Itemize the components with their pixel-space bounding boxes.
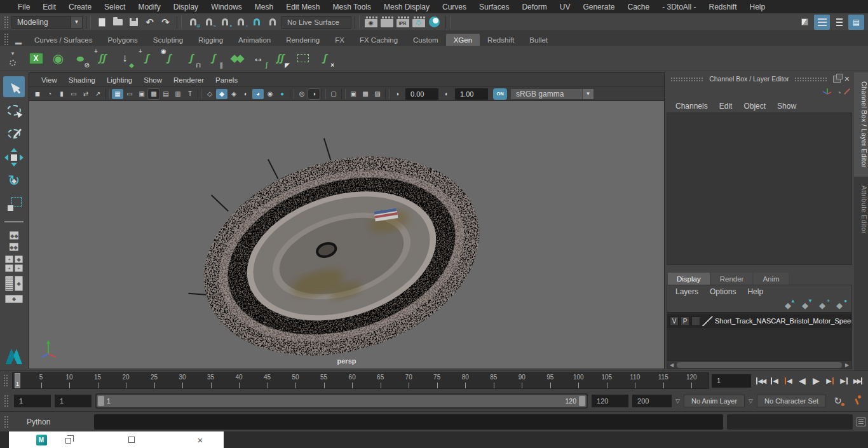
- two-d-pan-zoom-icon[interactable]: ⇄: [80, 89, 92, 99]
- exposure-field[interactable]: 0.00: [405, 88, 438, 100]
- new-empty-layer-icon[interactable]: ◆+: [817, 301, 828, 310]
- layer-move-down-icon[interactable]: ◆▼: [799, 301, 811, 310]
- pip-view-icon[interactable]: ▩: [360, 89, 371, 99]
- delete-primitives-icon[interactable]: ʃ×: [315, 48, 336, 69]
- description-layers-icon[interactable]: ◆◆: [226, 48, 247, 69]
- separator[interactable]: [445, 16, 451, 29]
- panel-drag-grip[interactable]: [670, 77, 704, 81]
- step-back-frame-icon[interactable]: ◀: [768, 374, 781, 388]
- range-slider[interactable]: 1 120: [95, 393, 588, 409]
- script-editor-icon[interactable]: [857, 417, 865, 426]
- viewport-canvas[interactable]: persp: [29, 101, 664, 369]
- menu-mesh-display[interactable]: Mesh Display: [377, 3, 436, 11]
- new-layer-from-selected-icon[interactable]: ◆●: [834, 301, 845, 310]
- current-frame-field[interactable]: 1: [712, 374, 751, 388]
- layer-move-up-icon[interactable]: ◆▲: [782, 301, 794, 310]
- select-camera-icon[interactable]: ◼: [32, 89, 43, 99]
- select-region-icon[interactable]: [292, 48, 313, 69]
- separator[interactable]: [86, 16, 91, 29]
- command-input[interactable]: [94, 414, 723, 430]
- layer-row[interactable]: V P Short_Track_NASCAR_Bristol_Motor_Spe…: [667, 314, 851, 328]
- single-pane-layout-button[interactable]: ◆◆◆◆: [10, 229, 18, 252]
- scrollbar-thumb[interactable]: [677, 362, 842, 368]
- film-gate-icon[interactable]: ▭: [124, 89, 135, 99]
- color-management-toggle[interactable]: ON: [493, 88, 507, 100]
- range-bar[interactable]: 1 120: [97, 395, 587, 407]
- image-plane-icon[interactable]: ▭: [68, 89, 79, 99]
- close-window-icon[interactable]: ×: [192, 431, 208, 448]
- shelf-tab-xgen[interactable]: XGen: [446, 34, 480, 46]
- panel-drag-grip[interactable]: [794, 77, 828, 81]
- occlusion-icon[interactable]: ◎: [296, 89, 308, 99]
- open-scene-icon[interactable]: [110, 15, 126, 29]
- channel-box-icon[interactable]: ▤: [848, 15, 864, 30]
- snap-to-view-plane-icon[interactable]: [248, 15, 264, 29]
- panel-menu-renderer[interactable]: Renderer: [168, 76, 210, 84]
- ipr-render-icon[interactable]: IPR: [395, 15, 410, 29]
- lasso-tool[interactable]: [3, 100, 25, 121]
- safe-title-icon[interactable]: T: [184, 89, 196, 99]
- layer-editor-tab-render[interactable]: Render: [711, 273, 753, 285]
- hypershade-icon[interactable]: [426, 15, 442, 29]
- snap-to-grid-icon[interactable]: #: [185, 15, 201, 29]
- menu-edit-mesh[interactable]: Edit Mesh: [280, 3, 326, 11]
- go-to-start-icon[interactable]: ◀◀: [754, 374, 767, 388]
- shadows-icon[interactable]: ●: [276, 89, 288, 99]
- menu-redshift[interactable]: Redshift: [703, 3, 743, 11]
- shelf-arrow-icon[interactable]: ▾: [11, 50, 15, 57]
- new-scene-icon[interactable]: [94, 15, 110, 29]
- render-view-icon[interactable]: ◉: [363, 15, 379, 29]
- command-line-grip[interactable]: [4, 416, 9, 428]
- snapshot-icon[interactable]: ▨: [372, 89, 383, 99]
- play-backwards-icon[interactable]: ◀: [796, 374, 809, 388]
- menu-curves[interactable]: Curves: [436, 3, 473, 11]
- shelf-tab-custom[interactable]: Custom: [405, 34, 446, 46]
- animation-start-field[interactable]: 1: [14, 395, 51, 407]
- menu-file[interactable]: File: [11, 3, 36, 11]
- menu-cache[interactable]: Cache: [621, 3, 656, 11]
- default-material-icon[interactable]: ◐: [240, 89, 252, 99]
- preview-primitives-icon[interactable]: ʃ◉: [159, 48, 180, 69]
- manipulator-icon[interactable]: [822, 86, 832, 98]
- shelf-tab-rendering[interactable]: Rendering: [278, 34, 327, 46]
- menu-uv[interactable]: UV: [553, 3, 577, 11]
- primitive-width-icon[interactable]: ↔ʃ: [248, 48, 269, 69]
- motion-blur-icon[interactable]: ◑: [308, 89, 320, 99]
- layer-list[interactable]: V P Short_Track_NASCAR_Bristol_Motor_Spe…: [667, 312, 851, 360]
- save-scene-icon[interactable]: [126, 15, 142, 29]
- layer-playback-checkbox[interactable]: P: [681, 316, 689, 326]
- select-primitives-icon[interactable]: ʃʃ◤: [270, 48, 291, 69]
- menu-3dtoall[interactable]: - 3DtoAll -: [656, 3, 702, 11]
- make-live-icon[interactable]: [264, 15, 280, 29]
- channel-box-menu-object[interactable]: Object: [738, 102, 771, 111]
- resolution-gate-icon[interactable]: ▣: [136, 89, 147, 99]
- step-back-key-icon[interactable]: ◀: [782, 374, 795, 388]
- paint-select-tool[interactable]: [3, 123, 25, 144]
- live-surface-field[interactable]: No Live Surface: [281, 16, 351, 29]
- close-icon[interactable]: ×: [843, 74, 851, 83]
- export-selection-icon[interactable]: ↓◆: [114, 48, 135, 69]
- undo-icon[interactable]: ↶: [142, 15, 158, 29]
- menu-windows[interactable]: Windows: [205, 3, 248, 11]
- shelf-menu-icon[interactable]: ▬: [10, 39, 27, 46]
- exposure-icon[interactable]: ◑: [391, 89, 403, 99]
- playback-end-field[interactable]: 120: [592, 395, 628, 407]
- playback-start-field[interactable]: 1: [55, 395, 92, 407]
- separator[interactable]: [355, 16, 360, 29]
- animation-preferences-icon[interactable]: [850, 393, 865, 408]
- textured-icon[interactable]: ◕: [252, 89, 264, 99]
- time-slider[interactable]: 1 51015202530354045505560657075808590951…: [12, 372, 709, 389]
- layer-editor-tab-display[interactable]: Display: [668, 273, 710, 285]
- grid-icon[interactable]: ▦: [112, 89, 123, 99]
- menu-modify[interactable]: Modify: [132, 3, 166, 11]
- move-tool[interactable]: [3, 147, 25, 168]
- xgen-preview-icon[interactable]: ◉: [48, 48, 69, 69]
- duplicate-view-icon[interactable]: ▣: [348, 89, 359, 99]
- select-tool[interactable]: [3, 76, 25, 97]
- menu-help[interactable]: Help: [743, 3, 772, 11]
- menu-mesh[interactable]: Mesh: [248, 3, 280, 11]
- bookmark-icon[interactable]: ▮: [56, 89, 67, 99]
- scale-tool[interactable]: [3, 194, 25, 215]
- panel-menu-lighting[interactable]: Lighting: [101, 76, 138, 84]
- four-view-layout-button[interactable]: +◆++: [5, 255, 23, 272]
